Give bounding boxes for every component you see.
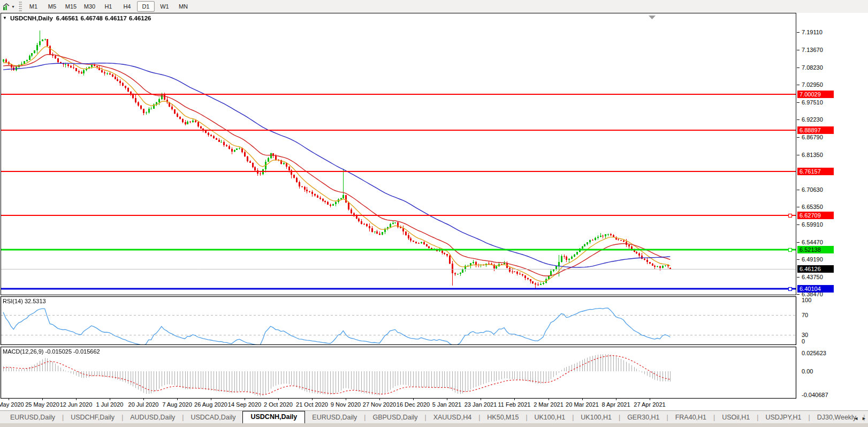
price-axis-label: 6.49190 (802, 256, 823, 263)
symbol-tab-USDCAD-Daily[interactable]: USDCAD,Daily (184, 412, 242, 423)
date-axis-label: 6 May 2020 (0, 401, 24, 408)
macd-label: MACD(12,26,9) -0.015025 -0.015662 (3, 348, 100, 355)
price-axis-label: 7.19110 (802, 29, 823, 35)
chart-symbol-title: USDCNH,Daily (10, 15, 53, 21)
date-axis-label: 12 Jun 2020 (60, 401, 93, 408)
symbol-tab-UK100-H1[interactable]: UK100,H1 (574, 412, 619, 423)
level-price-label: 7.00029 (797, 91, 834, 98)
date-axis-tick (110, 399, 110, 400)
timeframe-button-M30[interactable]: M30 (81, 1, 98, 12)
symbol-tab-UK100-H1[interactable]: UK100,H1 (528, 412, 573, 423)
level-price-label: 6.62709 (797, 212, 834, 219)
symbol-tab-EURUSD-Daily[interactable]: EURUSD,Daily (305, 412, 364, 423)
date-axis-label: 2 Mar 2021 (534, 401, 564, 408)
price-axis-tick (797, 85, 800, 85)
level-price-label: 6.40104 (797, 285, 834, 293)
window-bottom-strip (0, 423, 868, 427)
symbol-tab-GER30-H1[interactable]: GER30,H1 (620, 412, 666, 423)
date-axis-label: 21 Oct 2020 (296, 401, 328, 408)
chart-tool-icon (2, 3, 10, 11)
price-axis-tick (797, 155, 800, 155)
symbol-tab-XAUUSD-H4[interactable]: XAUUSD,H4 (427, 412, 479, 423)
rsi-axis-label: 30 (802, 332, 808, 338)
timeframe-button-D1[interactable]: D1 (137, 1, 155, 12)
symbol-tab-USDCNH-Daily[interactable]: USDCNH,Daily (242, 411, 305, 423)
date-axis-tick (413, 399, 414, 400)
macd-axis-label: 0.00 (802, 368, 813, 374)
chart-dropdown-icon[interactable]: ▼ (3, 16, 7, 20)
date-axis-label: 1 Jul 2020 (96, 401, 124, 408)
symbol-tab-FRA40-H1[interactable]: FRA40,H1 (668, 412, 713, 423)
price-axis-label: 6.92230 (802, 116, 823, 123)
main-chart-panel[interactable]: ▼ USDCNH,Daily 6.46561 6.46748 6.46117 6… (0, 13, 797, 295)
price-low: 6.46117 (105, 15, 127, 21)
price-close: 6.46126 (129, 15, 151, 21)
rsi-canvas[interactable] (0, 296, 797, 345)
date-axis-tick (278, 399, 279, 400)
date-axis-label: 20 Jul 2020 (128, 401, 159, 408)
timeframe-button-M1[interactable]: M1 (25, 1, 42, 12)
level-price-label: 6.88897 (797, 126, 834, 134)
timeframe-button-MN[interactable]: MN (174, 1, 192, 12)
timeframe-button-M15[interactable]: M15 (62, 1, 80, 12)
rsi-axis-label: 70 (802, 312, 808, 318)
price-axis-tick (797, 68, 800, 68)
price-open: 6.46561 (56, 15, 79, 21)
timeframe-button-H4[interactable]: H4 (118, 1, 136, 12)
symbol-tab-USDCHF-Daily[interactable]: USDCHF,Daily (64, 412, 121, 423)
macd-canvas[interactable] (0, 347, 797, 399)
price-axis-tick (797, 190, 800, 190)
price-axis-tick (797, 207, 800, 207)
date-axis-label: 20 Mar 2021 (566, 401, 599, 408)
date-axis-label: 11 Feb 2021 (498, 401, 531, 408)
level-price-label: 6.76157 (797, 168, 834, 175)
symbol-tab-USDJPY-H1[interactable]: USDJPY,H1 (758, 412, 808, 423)
symbol-tab-EURUSD-Daily[interactable]: EURUSD,Daily (3, 412, 62, 423)
price-high: 6.46748 (80, 15, 103, 21)
price-axis-tick (797, 119, 800, 120)
symbol-tab-HK50-M15[interactable]: HK50,M15 (480, 412, 526, 423)
date-axis-tick (177, 399, 178, 400)
price-axis-tick (797, 259, 800, 260)
date-axis-tick (481, 399, 481, 400)
timeframe-button-M5[interactable]: M5 (43, 1, 61, 12)
rsi-axis-label: 0 (802, 338, 805, 344)
date-axis-tick (346, 399, 346, 400)
mt4-terminal: { "toolbar": { "timeframes": ["M1","M5",… (0, 0, 868, 427)
timeframe-toolbar: ▼ M1M5M15M30H1H4D1W1MN (0, 0, 868, 13)
tab-scroll-left-icon[interactable]: ◄ (854, 416, 858, 421)
timeframe-group: M1M5M15M30H1H4D1W1MN (24, 0, 193, 13)
price-axis-tick (797, 277, 800, 278)
date-axis-label: 5 Jan 2021 (432, 401, 461, 408)
symbol-tab-USOil-H1[interactable]: USOil,H1 (715, 412, 757, 423)
timeframe-button-W1[interactable]: W1 (156, 1, 173, 12)
level-price-label: 6.52138 (797, 246, 834, 253)
price-axis-tick (797, 224, 800, 225)
tab-scroll-right-icon[interactable]: ► (862, 416, 866, 421)
date-axis-label: 7 Aug 2020 (162, 401, 192, 408)
macd-panel[interactable]: MACD(12,26,9) -0.015025 -0.015662 (0, 347, 797, 399)
chevron-down-icon[interactable]: ▼ (11, 5, 15, 9)
date-axis-tick (447, 399, 447, 400)
date-axis-label: 27 Nov 2020 (363, 401, 396, 408)
date-axis-label: 2 Oct 2020 (264, 401, 293, 408)
symbol-tab-GBPUSD-Daily[interactable]: GBPUSD,Daily (366, 412, 424, 423)
timeframe-button-H1[interactable]: H1 (100, 1, 117, 12)
symbol-tab-AUDUSD-Daily[interactable]: AUDUSD,Daily (123, 412, 182, 423)
toolbar-gripper[interactable] (18, 2, 22, 11)
date-axis-tick (379, 399, 380, 400)
price-axis-label: 6.59910 (802, 221, 823, 228)
date-axis-tick (42, 399, 43, 400)
rsi-panel[interactable]: RSI(14) 32.5313 (0, 296, 797, 345)
date-axis-tick (9, 399, 9, 400)
date-axis-label: 25 May 2020 (25, 401, 59, 408)
date-axis-tick (245, 399, 245, 400)
date-axis-tick (514, 399, 515, 400)
date-axis-tick (143, 399, 144, 400)
main-chart-canvas[interactable] (0, 13, 797, 295)
price-axis-tick (797, 50, 800, 50)
date-axis-tick (76, 399, 77, 400)
chart-title-line: ▼ USDCNH,Daily 6.46561 6.46748 6.46117 6… (3, 15, 151, 21)
date-axis-label: 26 Aug 2020 (194, 401, 227, 408)
chart-tool-button[interactable]: ▼ (0, 1, 17, 12)
